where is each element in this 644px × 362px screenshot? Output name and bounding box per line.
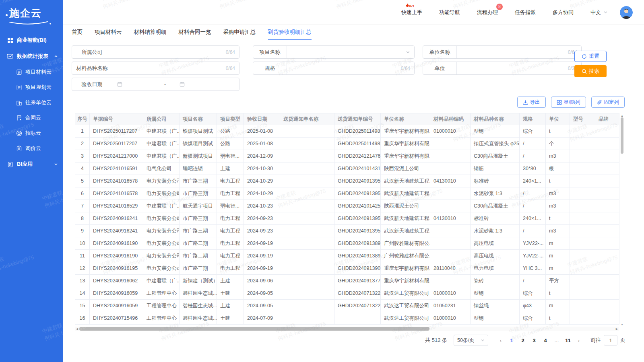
table-row[interactable]: 12DHYS20240916195电力安装分公司市广路三期电力工程2024-09… (75, 262, 619, 275)
search-button[interactable]: 搜索 (574, 65, 607, 77)
column-header-所属公司[interactable]: 所属公司 (143, 113, 180, 125)
chevron-down-icon (481, 338, 485, 342)
table-row[interactable]: 2DHYS20250117207中建君联（广...铁煤项目测试公路2025-01… (75, 138, 619, 150)
sidebar-item-bidding[interactable]: 招标云 (0, 125, 63, 141)
clipboard-icon (16, 146, 22, 152)
cell: 弱电智... (217, 150, 244, 162)
sidebar-item-inquiry[interactable]: 询价云 (0, 141, 63, 156)
tab-首页[interactable]: 首页 (72, 25, 83, 40)
column-header-项目名称[interactable]: 项目名称 (180, 113, 217, 125)
page-11[interactable]: 11 (563, 335, 573, 346)
cell: 个 (546, 138, 570, 150)
column-header-规格[interactable]: 规格 (520, 113, 546, 125)
column-header-单据编号[interactable]: 单据编号 (90, 113, 143, 125)
tab-材料结算明细[interactable]: 材料结算明细 (134, 25, 167, 40)
export-button[interactable]: 导出 (517, 97, 546, 108)
cell: 标准砖 (471, 175, 520, 187)
table-row[interactable]: 4DHYS20241016591电气化公司睡吧连锁土建2024-10-30GHD… (75, 162, 619, 175)
sidebar-item-project-plan[interactable]: 项目规划云 (0, 80, 63, 95)
date-range-input[interactable]: - (112, 78, 239, 90)
app-logo[interactable]: 施企云 (0, 0, 63, 25)
cell: GHDD20240913901 (334, 262, 381, 275)
table-row[interactable]: 6DHYS20241016578电力安装分公司市广路三期电力工程2024-10-… (75, 187, 619, 200)
header-nav-label: 任务指派 (515, 9, 536, 16)
table-row[interactable]: 8DHYS20240916241电力安装分公司市广路三期电力工程2024-09-… (75, 212, 619, 225)
table-row[interactable]: 7DHYS20241016529中建君联（广...航天通宇项目弱电智...202… (75, 200, 619, 212)
cell: 铁煤项目测试 (180, 125, 217, 138)
project-name-input[interactable] (287, 46, 414, 58)
cell: 土建 (217, 162, 244, 175)
column-header-单位名称[interactable]: 单位名称 (381, 113, 430, 125)
hscroll-thumb[interactable] (79, 327, 429, 331)
table-row[interactable]: 14DHYS20240916059工程管理中心碧桂园生态城...土建2024-0… (75, 287, 619, 300)
column-header-型号[interactable]: 型号 (570, 113, 595, 125)
header-nav-quick-start[interactable]: 快速上手HOT (401, 9, 422, 16)
scroll-down-icon[interactable]: ▼ (620, 323, 624, 326)
sidebar-item-bi-app[interactable]: BI应用 (0, 156, 63, 172)
table-row[interactable]: 1DHYS20250117207中建君联（广...铁煤项目测试公路2025-01… (75, 125, 619, 138)
unit-input[interactable]: 0/32 (457, 62, 581, 74)
user-avatar[interactable] (620, 6, 633, 19)
fixed-columns-button[interactable]: 固定列 (591, 97, 625, 108)
show-hide-columns-button[interactable]: 显/隐列 (551, 97, 586, 108)
vertical-scrollbar[interactable]: ▲ ▼ (620, 114, 624, 326)
cell (570, 125, 595, 138)
column-header-材料品种编码[interactable]: 材料品种编码 (430, 113, 471, 125)
tab-采购申请汇总[interactable]: 采购申请汇总 (223, 25, 256, 40)
header-nav-language[interactable]: 中文 (590, 9, 608, 16)
cell: 9 (75, 225, 90, 237)
page-4[interactable]: 4 (540, 335, 551, 346)
next-page-button[interactable]: › (574, 335, 584, 346)
column-header-验收日期[interactable]: 验收日期 (244, 113, 280, 125)
column-header-送货通知单名称[interactable]: 送货通知单名称 (280, 113, 334, 125)
cell: 2024-10-29 (244, 175, 280, 187)
page-3[interactable]: 3 (529, 335, 539, 346)
table-row[interactable]: 13DHYS20240916062中建君联（广...新钢建（测试）土建2024-… (75, 275, 619, 287)
cell (430, 225, 471, 237)
sidebar-item-partner-unit[interactable]: 往来单位云 (0, 95, 63, 110)
cell: 中建君联（广... (143, 150, 180, 162)
material-name-input[interactable]: 0/64 (112, 62, 239, 74)
page-1[interactable]: 1 (506, 335, 517, 346)
reset-button[interactable]: 重置 (574, 51, 607, 62)
header-nav-feature-nav[interactable]: 功能导航 (439, 9, 460, 16)
sidebar-item-project-material[interactable]: 项目材料云 (0, 64, 63, 80)
scroll-left-icon[interactable]: ◀ (75, 327, 79, 331)
page-2[interactable]: 2 (518, 335, 528, 346)
column-header-单位[interactable]: 单位 (546, 113, 570, 125)
column-header-材料品种名称[interactable]: 材料品种名称 (471, 113, 520, 125)
vscroll-thumb[interactable] (621, 117, 623, 154)
goto-page-input[interactable] (604, 335, 617, 346)
header-nav-process[interactable]: 流程办理8 (477, 9, 498, 16)
header-nav-task-assign[interactable]: 任务指派 (515, 9, 536, 16)
sidebar-item-bi[interactable]: 商业智能(BI) (0, 32, 63, 48)
company-input[interactable]: 0/64 (112, 46, 239, 58)
sidebar-item-contract[interactable]: 合同云 (0, 110, 63, 125)
table-row[interactable]: 9DHYS20240916241电力安装分公司市广路三期电力工程2024-09-… (75, 225, 619, 237)
cell: DHYS20241016529 (90, 200, 143, 212)
cell: 电力工程 (217, 237, 244, 250)
table-row[interactable]: 16DHYS20240715496工程管理中心碧桂园生态城...土建2024-0… (75, 312, 619, 325)
scroll-right-icon[interactable]: ▶ (615, 327, 619, 331)
prev-page-button[interactable]: ‹ (495, 335, 506, 346)
column-header-序号[interactable]: 序号 (75, 113, 90, 125)
sidebar-item-report[interactable]: 数据统计报表 (0, 48, 63, 64)
page-size-select[interactable]: 50条/页 (454, 335, 488, 346)
column-header-品牌[interactable]: 品牌 (595, 113, 619, 125)
column-header-送货通知单编号[interactable]: 送货通知单编号 (334, 113, 381, 125)
unit-name-input[interactable]: 0/64 (457, 46, 581, 58)
column-header-项目类型[interactable]: 项目类型 (217, 113, 244, 125)
table-row[interactable]: 5DHYS20241016578电力安装分公司市广路三期电力工程2024-10-… (75, 175, 619, 187)
tab-到货验收明细汇总[interactable]: 到货验收明细汇总 (268, 25, 312, 40)
tab-材料合同一览[interactable]: 材料合同一览 (179, 25, 211, 40)
scroll-up-icon[interactable]: ▲ (620, 114, 624, 117)
table-row[interactable]: 15DHYS20240916059工程管理中心碧桂园生态城...土建2024-0… (75, 300, 619, 312)
table-row[interactable]: 11DHYS20240916190电力安装分公司市广路二期电力工程2024-09… (75, 250, 619, 262)
tab-项目材料云[interactable]: 项目材料云 (95, 25, 122, 40)
cell: 01000010 (430, 287, 471, 300)
table-row[interactable]: 3DHYS20241217000中建君联（广...新疆测试项目弱电智...202… (75, 150, 619, 162)
spec-input[interactable]: 0/64 (287, 62, 414, 74)
horizontal-scrollbar[interactable]: ◀ ▶ (75, 327, 619, 331)
header-nav-collaboration[interactable]: 多方协同 (553, 9, 574, 16)
table-row[interactable]: 10DHYS20240916190电力安装分公司市广路二期电力工程2024-09… (75, 237, 619, 250)
